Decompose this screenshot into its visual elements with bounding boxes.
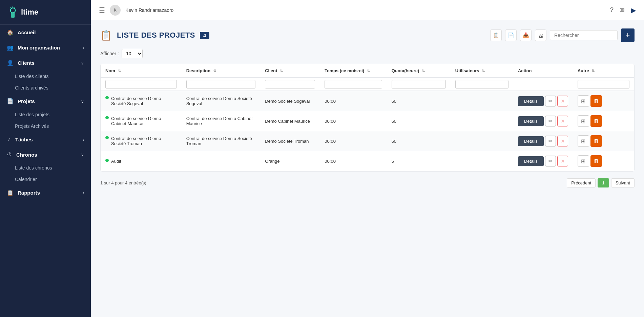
- sidebar-item-rapports[interactable]: 📋 Rapports ‹: [0, 185, 91, 200]
- cell-action-1: Détails ✏ ✕: [513, 91, 573, 111]
- cell-description-3: Contrat de service Dem o Société Troman: [182, 131, 260, 151]
- details-button-1[interactable]: Détails: [518, 96, 544, 106]
- sidebar-item-liste-projets[interactable]: Liste des projets: [0, 109, 91, 120]
- trash-button-4[interactable]: 🗑: [590, 155, 602, 167]
- projets-icon: 📄: [7, 98, 14, 104]
- filter-description[interactable]: [186, 80, 255, 88]
- search-input[interactable]: [550, 30, 618, 40]
- sidebar: ltime 🏠 Accueil 👥 Mon organisation ‹ 👤 C…: [0, 0, 91, 317]
- filter-utilisateurs[interactable]: [455, 80, 508, 88]
- filter-autre[interactable]: [578, 80, 629, 88]
- sort-nom-icon[interactable]: ⇅: [118, 69, 121, 73]
- sidebar-item-projets[interactable]: 📄 Projets ∨: [0, 94, 91, 109]
- page-header: 📋 LISTE DES PROJETS 4 📋 📄 📥 🖨 +: [100, 28, 635, 42]
- sidebar-item-accueil[interactable]: 🏠 Accueil: [0, 25, 91, 40]
- edit-button-3[interactable]: ✏: [545, 136, 556, 146]
- filter-client[interactable]: [265, 80, 315, 88]
- page-title: LISTE DES PROJETS: [117, 31, 195, 40]
- col-nom: Nom ⇅: [101, 64, 182, 78]
- sidebar-label-liste-projets: Liste des projets: [15, 112, 49, 117]
- project-count-badge: 4: [200, 32, 209, 39]
- sidebar-item-chronos[interactable]: ⏱ Chronos ∨: [0, 147, 91, 162]
- cell-action-4: Détails ✏ ✕: [513, 151, 573, 171]
- trash-button-2[interactable]: 🗑: [590, 115, 602, 127]
- delete-button-2[interactable]: ✕: [557, 116, 568, 126]
- filter-nom[interactable]: [105, 80, 177, 88]
- table-row: Contrat de service D emo Société Sogeval…: [101, 91, 634, 111]
- sidebar-label-mon-organisation: Mon organisation: [18, 45, 60, 51]
- next-page-button[interactable]: Suivant: [611, 178, 635, 187]
- current-page-button[interactable]: 1: [598, 178, 609, 187]
- cell-description-2: Contrat de service Dem o Cabinet Maurice: [182, 111, 260, 131]
- svg-point-0: [11, 8, 15, 13]
- sidebar-label-clients-archives: Clients archivés: [15, 85, 48, 91]
- details-button-4[interactable]: Détails: [518, 156, 544, 166]
- sort-description-icon[interactable]: ⇅: [213, 69, 216, 73]
- export-button[interactable]: 📄: [505, 29, 517, 41]
- pagination-info: 1 sur 4 pour 4 entrée(s): [100, 180, 146, 185]
- screen-button-4[interactable]: ⊞: [578, 155, 589, 167]
- filter-temps[interactable]: [325, 80, 382, 88]
- copy-button[interactable]: 📋: [490, 29, 502, 41]
- user-avatar: K: [110, 5, 121, 16]
- chevron-chronos-icon: ∨: [81, 152, 84, 157]
- pdf-button[interactable]: 📥: [520, 29, 532, 41]
- cell-utilisateurs-3: [451, 131, 513, 151]
- cell-action-3: Détails ✏ ✕: [513, 131, 573, 151]
- details-button-2[interactable]: Détails: [518, 116, 544, 126]
- print-button[interactable]: 🖨: [535, 29, 546, 41]
- cell-autre-1: ⊞ 🗑: [573, 91, 634, 111]
- delete-button-3[interactable]: ✕: [557, 136, 568, 146]
- cell-client-3: Demo Société Troman: [260, 131, 320, 151]
- sidebar-item-taches[interactable]: ✓ Tâches ‹: [0, 132, 91, 147]
- col-utilisateurs: Utilisateurs ⇅: [451, 64, 513, 78]
- sidebar-item-clients-archives[interactable]: Clients archivés: [0, 82, 91, 94]
- rapports-icon: 📋: [7, 190, 14, 196]
- edit-button-1[interactable]: ✏: [545, 96, 556, 106]
- cell-temps-4: 00:00: [320, 151, 387, 171]
- sidebar-item-liste-chronos[interactable]: Liste des chronos: [0, 162, 91, 174]
- sidebar-item-liste-clients[interactable]: Liste des clients: [0, 71, 91, 82]
- sidebar-label-rapports: Rapports: [18, 190, 40, 196]
- topbar-right: ? ✉ ▶: [610, 6, 636, 14]
- sidebar-item-projets-archives[interactable]: Projets Archivés: [0, 120, 91, 132]
- delete-button-1[interactable]: ✕: [557, 96, 568, 106]
- add-project-button[interactable]: +: [621, 28, 635, 42]
- sort-utilisateurs-icon[interactable]: ⇅: [482, 69, 485, 73]
- col-client: Client ⇅: [260, 64, 320, 78]
- help-icon[interactable]: ?: [610, 6, 614, 14]
- trash-button-1[interactable]: 🗑: [590, 95, 602, 107]
- mail-icon[interactable]: ✉: [620, 6, 625, 14]
- sidebar-label-calendrier: Calendrier: [15, 177, 37, 182]
- sidebar-label-liste-clients: Liste des clients: [15, 74, 49, 79]
- sort-client-icon[interactable]: ⇅: [280, 69, 283, 73]
- screen-button-2[interactable]: ⊞: [578, 115, 589, 127]
- sidebar-item-calendrier[interactable]: Calendrier: [0, 174, 91, 185]
- hamburger-menu-icon[interactable]: ☰: [99, 6, 105, 14]
- screen-button-1[interactable]: ⊞: [578, 95, 589, 107]
- sort-temps-icon[interactable]: ⇅: [367, 69, 370, 73]
- per-page-select[interactable]: 10 25 50 100: [122, 49, 143, 58]
- cell-nom-2: Contrat de service D emo Cabinet Maurice: [101, 111, 182, 131]
- edit-button-2[interactable]: ✏: [545, 116, 556, 126]
- screen-button-3[interactable]: ⊞: [578, 135, 589, 147]
- sort-quota-icon[interactable]: ⇅: [422, 69, 425, 73]
- sidebar-item-clients[interactable]: 👤 Clients ∨: [0, 55, 91, 71]
- filter-quota[interactable]: [392, 80, 446, 88]
- details-button-3[interactable]: Détails: [518, 136, 544, 146]
- edit-button-4[interactable]: ✏: [545, 156, 556, 166]
- taches-icon: ✓: [7, 136, 11, 143]
- sidebar-label-projets-archives: Projets Archivés: [15, 123, 49, 129]
- trash-button-3[interactable]: 🗑: [590, 135, 602, 147]
- play-icon[interactable]: ▶: [631, 6, 636, 14]
- cell-client-4: Orange: [260, 151, 320, 171]
- cell-client-1: Demo Société Sogeval: [260, 91, 320, 111]
- table-row: Contrat de service D emo Société Troman …: [101, 131, 634, 151]
- sidebar-item-mon-organisation[interactable]: 👥 Mon organisation ‹: [0, 40, 91, 55]
- cell-quota-3: 60: [387, 131, 451, 151]
- sort-autre-icon[interactable]: ⇅: [591, 69, 595, 73]
- prev-page-button[interactable]: Précedent: [567, 178, 596, 187]
- chevron-taches-icon: ‹: [83, 137, 84, 142]
- delete-button-4[interactable]: ✕: [557, 156, 568, 166]
- logo-text: ltime: [21, 8, 38, 17]
